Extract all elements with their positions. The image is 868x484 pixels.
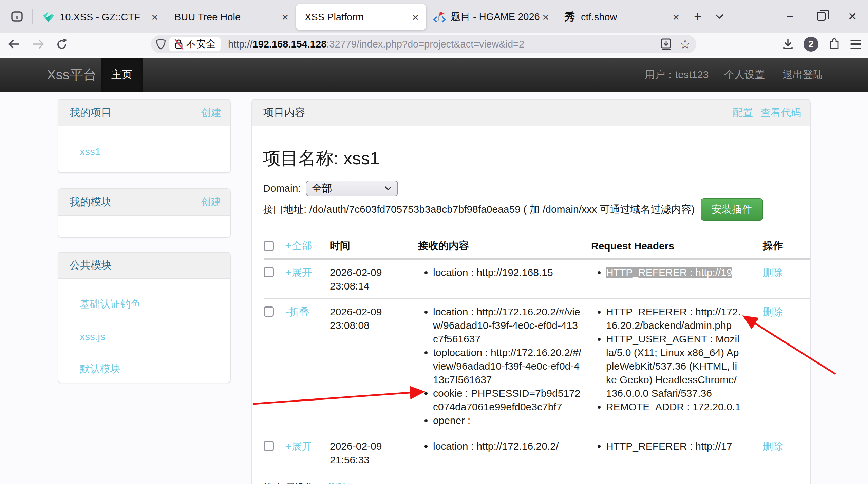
- close-window-button[interactable]: ×: [837, 0, 868, 33]
- content-item: location : http://172.16.20.2/#/view/96a…: [433, 305, 582, 346]
- tab-title: 题目 - HGAME 2026: [451, 10, 540, 24]
- domain-label: Domain:: [263, 183, 301, 194]
- col-header-request-headers: Request Headers: [591, 235, 763, 259]
- shield-icon: [156, 38, 166, 50]
- window-controls: − ×: [774, 0, 868, 33]
- browser-tab-bar: 10.XSS - GZ::CTF × BUU Tree Hole × XSS P…: [0, 0, 868, 33]
- tab-title: ctf.show: [581, 12, 671, 23]
- tab-close-icon[interactable]: ×: [540, 11, 551, 23]
- maximize-button[interactable]: [806, 0, 837, 33]
- panel-my-modules-header: 我的模块 创建: [58, 189, 230, 216]
- row-toggle-link[interactable]: +展开: [286, 441, 312, 452]
- domain-select[interactable]: 全部: [306, 181, 398, 196]
- menu-icon[interactable]: [850, 40, 861, 49]
- nav-item-home[interactable]: 主页: [101, 58, 143, 92]
- header-item: REMOTE_ADDR : 172.20.0.1: [606, 400, 741, 414]
- create-project-link[interactable]: 创建: [201, 106, 221, 120]
- tab-title: 10.XSS - GZ::CTF: [60, 12, 149, 23]
- panel-title: 公共模块: [70, 258, 112, 273]
- header-item: HTTP_REFERER : http://172.16.20.2/backen…: [606, 305, 741, 332]
- module-link-basic-auth-phishing[interactable]: 基础认证钓鱼: [80, 297, 223, 311]
- content-item: toplocation : http://172.16.20.2/#/view/…: [433, 346, 582, 387]
- bookmark-star-icon[interactable]: ☆: [679, 38, 691, 51]
- col-header-content: 接收的内容: [418, 235, 591, 259]
- install-plugin-button[interactable]: 安装插件: [701, 198, 763, 221]
- selected-text: HTTP_REFERER : http://19: [606, 267, 732, 278]
- expand-all-link[interactable]: +全部: [286, 240, 312, 251]
- panel-public-modules-header: 公共模块: [58, 253, 230, 279]
- table-header-row: +全部 时间 接收的内容 Request Headers 操作: [264, 235, 810, 259]
- notification-badge[interactable]: 2: [804, 37, 818, 52]
- security-chip[interactable]: 不安全: [169, 37, 221, 51]
- tab-close-icon[interactable]: ×: [671, 11, 681, 23]
- api-address-text: 接口地址: /do/auth/7c603fd705753b3a8cb7bf98f…: [263, 203, 695, 217]
- col-header-time: 时间: [330, 235, 418, 259]
- header-item: HTTP_REFERER : http://19: [606, 266, 741, 279]
- reload-icon: [55, 37, 69, 51]
- row-toggle-link[interactable]: +展开: [286, 267, 312, 278]
- security-chip-label: 不安全: [186, 37, 216, 51]
- panel-my-projects-header: 我的项目 创建: [58, 100, 230, 126]
- delete-selected-link[interactable]: 删除: [327, 482, 348, 484]
- ctfshow-favicon-icon: 秀: [563, 11, 576, 23]
- tab-close-icon[interactable]: ×: [410, 11, 421, 23]
- row-checkbox[interactable]: [264, 306, 274, 317]
- table-row: +展开 2026-02-09 23:08:14 location : http:…: [264, 259, 810, 299]
- row-checkbox[interactable]: [264, 441, 274, 451]
- new-tab-button[interactable]: +: [687, 5, 709, 27]
- tab-hgame[interactable]: 题目 - HGAME 2026 ×: [426, 4, 556, 30]
- tab-close-icon[interactable]: ×: [280, 11, 290, 23]
- content-item: location : http://192.168.15: [433, 266, 582, 279]
- firefox-view-button[interactable]: [5, 4, 29, 29]
- maximize-icon: [817, 12, 826, 21]
- select-all-checkbox[interactable]: [264, 241, 274, 251]
- view-code-link[interactable]: 查看代码: [760, 106, 801, 120]
- extensions-icon[interactable]: [829, 38, 840, 50]
- downloads-icon[interactable]: [782, 38, 793, 50]
- module-link-default[interactable]: 默认模块: [80, 362, 223, 376]
- panel-title: 我的项目: [70, 106, 112, 120]
- hgame-flag-favicon-icon: [433, 11, 446, 23]
- tab-gzctf[interactable]: 10.XSS - GZ::CTF ×: [35, 4, 166, 30]
- lock-crossed-icon: [174, 38, 184, 50]
- panel-title: 项目内容: [263, 106, 305, 120]
- project-link-xss1[interactable]: xss1: [80, 146, 223, 157]
- url-bar[interactable]: 不安全 http://192.168.154.128:32779/index.p…: [151, 35, 696, 53]
- list-tabs-button[interactable]: [709, 5, 730, 27]
- table-row: +展开 2026-02-09 21:56:33 location : http:…: [264, 433, 810, 472]
- tab-close-icon[interactable]: ×: [149, 11, 160, 23]
- nav-item-settings[interactable]: 个人设置: [724, 58, 765, 92]
- tab-ctfshow[interactable]: 秀 ctf.show ×: [556, 4, 687, 30]
- row-checkbox[interactable]: [264, 267, 274, 277]
- save-page-icon[interactable]: [660, 38, 672, 50]
- create-module-link[interactable]: 创建: [201, 195, 221, 209]
- url-domain: 192.168.154.128: [253, 39, 327, 50]
- panel-my-modules: 我的模块 创建: [58, 188, 231, 238]
- minimize-button[interactable]: −: [774, 0, 806, 33]
- back-button[interactable]: [5, 35, 24, 54]
- forward-button[interactable]: [29, 35, 48, 54]
- navbar-brand[interactable]: Xss平台: [47, 58, 97, 92]
- url-protocol: http://: [228, 39, 253, 50]
- forward-icon: [32, 39, 44, 49]
- row-toggle-link[interactable]: -折叠: [286, 306, 309, 317]
- tab-xss-platform-active[interactable]: XSS Platform ×: [296, 4, 426, 30]
- delete-row-link[interactable]: 删除: [763, 441, 783, 452]
- content-item: cookie : PHPSESSID=7b9d5172c074da7061e99…: [433, 387, 582, 414]
- panel-public-modules: 公共模块 基础认证钓鱼 xss.js 默认模块: [58, 252, 231, 383]
- web-page: Xss平台 主页 用户：test123 个人设置 退出登陆 我的项目 创建 xs…: [0, 56, 868, 484]
- module-link-xssjs[interactable]: xss.js: [80, 331, 223, 342]
- delete-row-link[interactable]: 删除: [763, 267, 783, 278]
- project-content-header: 项目内容 配置 查看代码: [252, 100, 810, 126]
- tab-buu-tree-hole[interactable]: BUU Tree Hole ×: [166, 4, 296, 30]
- delete-row-link[interactable]: 删除: [763, 306, 783, 317]
- nav-item-logout[interactable]: 退出登陆: [782, 58, 823, 92]
- tab-separator: [32, 9, 33, 24]
- config-link[interactable]: 配置: [733, 106, 753, 120]
- project-title: 项目名称: xss1: [263, 147, 800, 170]
- col-header-actions: 操作: [763, 235, 810, 259]
- reload-button[interactable]: [52, 35, 71, 54]
- row-time: 2026-02-09 23:08:08: [330, 305, 401, 332]
- received-data-table: +全部 时间 接收的内容 Request Headers 操作 +展开 2026…: [264, 235, 810, 472]
- url-path: :32779/index.php?do=project&act=view&id=…: [326, 39, 524, 50]
